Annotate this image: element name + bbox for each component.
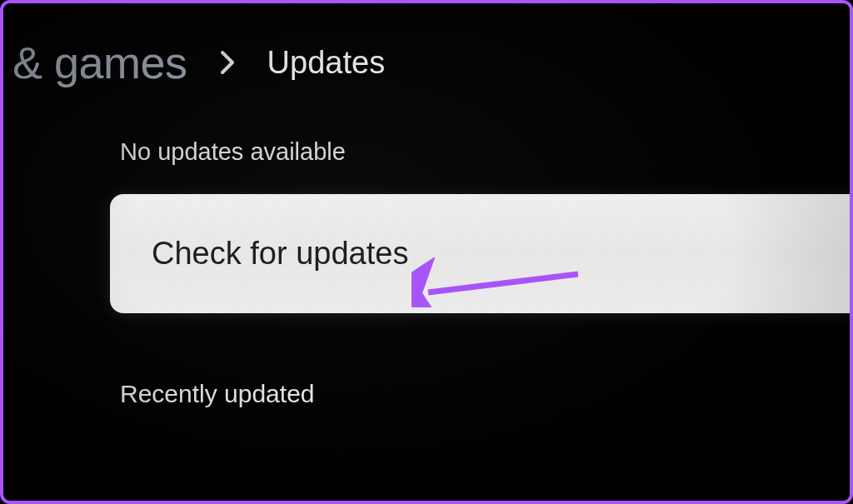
breadcrumb-current: Updates: [267, 45, 386, 81]
check-for-updates-button[interactable]: Check for updates: [110, 194, 853, 313]
app-frame: s & games Updates No updates available C…: [0, 0, 853, 504]
breadcrumb-previous[interactable]: s & games: [0, 37, 187, 88]
main-content: No updates available Check for updates R…: [3, 88, 850, 408]
breadcrumb: s & games Updates: [0, 3, 850, 88]
updates-status-text: No updates available: [120, 138, 850, 166]
recently-updated-heading: Recently updated: [120, 380, 850, 408]
chevron-right-icon: [219, 49, 236, 76]
